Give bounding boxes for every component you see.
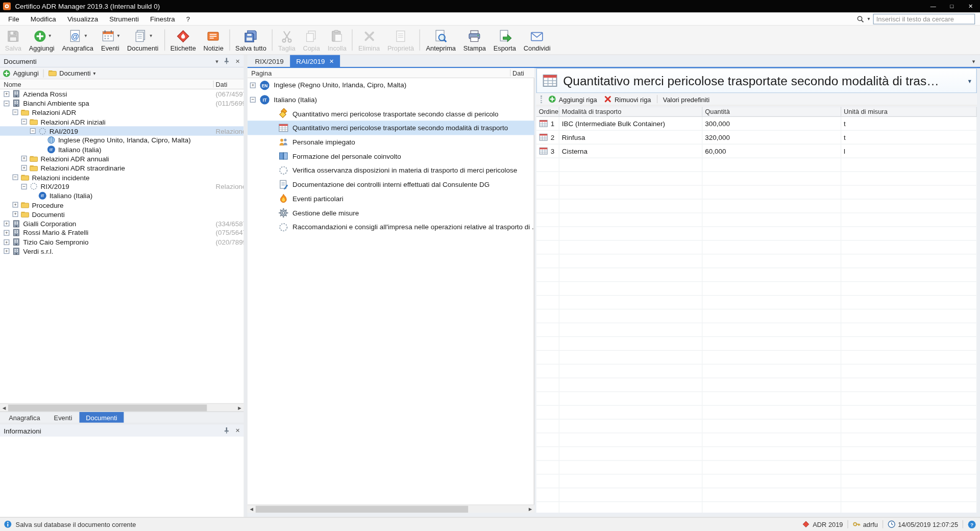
table-empty-row[interactable] — [536, 172, 977, 186]
tree-item-relazioni-adr-iniziali[interactable]: −Relazioni ADR iniziali — [0, 117, 244, 126]
column-header-dati[interactable]: Dati — [512, 69, 524, 77]
toolbar-notizie[interactable]: Notizie — [200, 26, 227, 54]
column-header-modalita-di-trasporto[interactable]: Modalità di trasporto — [559, 107, 702, 116]
maximize-button[interactable]: □ — [943, 0, 962, 12]
help-icon[interactable]: ? — [968, 520, 976, 528]
table-empty-row[interactable] — [536, 227, 977, 240]
menu-item-finestra[interactable]: Finestra — [144, 13, 181, 25]
tree-item-tizio-caio-sempronio[interactable]: +Tizio Caio Sempronio(020/7899) — [0, 237, 244, 247]
collapse-icon[interactable]: − — [4, 101, 9, 106]
table-empty-row[interactable] — [536, 420, 977, 433]
panel-tab-anagrafica[interactable]: Anagrafica — [3, 412, 46, 423]
column-separator[interactable] — [213, 81, 214, 87]
document-tab-rai-2019[interactable]: RAI/2019✕ — [290, 55, 340, 67]
close-icon[interactable]: ✕ — [329, 58, 334, 64]
expand-icon[interactable]: + — [4, 249, 9, 254]
expand-icon[interactable]: + — [250, 82, 256, 88]
panel-tab-eventi[interactable]: Eventi — [47, 412, 78, 423]
tree-item-rix-2019[interactable]: −RIX/2019Relazione — [0, 182, 244, 191]
search-input[interactable] — [873, 13, 975, 24]
add-icon[interactable] — [3, 69, 11, 77]
tree-item-bianchi-ambiente-spa[interactable]: −Bianchi Ambiente spa(011/5699) — [0, 99, 244, 108]
table-empty-row[interactable] — [536, 488, 977, 502]
toolbar-salva-tutto[interactable]: Salva tutto — [232, 26, 270, 54]
tree-item-documenti[interactable]: +Documenti — [0, 210, 244, 219]
toolbar-anagrafica[interactable]: @▾Anagrafica — [58, 26, 97, 54]
menu-item-strumenti[interactable]: Strumenti — [104, 13, 144, 25]
table-row[interactable]: 1IBC (Intermediate Bulk Container)300,00… — [536, 117, 977, 131]
table-empty-row[interactable] — [536, 309, 977, 323]
panel-tab-documenti[interactable]: Documenti — [80, 412, 124, 423]
documents-filter-caret-icon[interactable]: ▾ — [93, 70, 96, 76]
table-row[interactable]: 2Rinfusa320,000t — [536, 131, 977, 144]
panel-close-icon[interactable]: ✕ — [235, 427, 240, 433]
scrollbar-thumb[interactable] — [256, 506, 468, 513]
table-empty-row[interactable] — [536, 392, 977, 406]
page-item-quantitativo-merci-pericolose-trasportate-second[interactable]: Quantitativo merci pericolose trasportat… — [248, 120, 534, 135]
tree-item-relazioni-adr-straordinarie[interactable]: +Relazioni ADR straordinarie — [0, 163, 244, 173]
page-item-raccomandazioni-e-consigli-all-impresa-nelle-ope[interactable]: Raccomandazioni e consigli all'impresa n… — [248, 220, 534, 234]
page-item-inglese-regno-unito-irlanda-cipro-malta[interactable]: +ENInglese (Regno Unito, Irlanda, Cipro,… — [248, 78, 534, 92]
scroll-right-icon[interactable]: ▶ — [236, 404, 244, 412]
document-tab-rix-2019[interactable]: RIX/2019 — [249, 55, 290, 67]
table-empty-row[interactable] — [536, 200, 977, 213]
scroll-left-icon[interactable]: ◀ — [0, 404, 8, 412]
scroll-left-icon[interactable]: ◀ — [248, 505, 256, 513]
tree-item-inglese-regno-unito-irlanda-cipro-malta[interactable]: Inglese (Regno Unito, Irlanda, Cipro, Ma… — [0, 136, 244, 145]
collapse-icon[interactable]: − — [21, 184, 27, 189]
table-empty-row[interactable] — [536, 365, 977, 378]
caret-down-icon[interactable]: ▾ — [48, 33, 51, 39]
expand-icon[interactable]: + — [21, 165, 27, 171]
table-empty-row[interactable] — [536, 186, 977, 200]
tree-item-italiano-italia[interactable]: ITItaliano (Italia) — [0, 145, 244, 154]
table-empty-row[interactable] — [536, 447, 977, 461]
menu-item-visualizza[interactable]: Visualizza — [62, 13, 104, 25]
table-empty-row[interactable] — [536, 268, 977, 282]
column-header-ordine[interactable]: Ordine — [536, 107, 559, 116]
expand-icon[interactable]: + — [4, 239, 9, 245]
toolbar-aggiungi[interactable]: ▾Aggiungi — [25, 26, 58, 54]
table-empty-row[interactable] — [536, 213, 977, 227]
toolbar-grip[interactable] — [541, 95, 542, 103]
column-header-dati[interactable]: Dati — [215, 81, 227, 88]
documents-filter-button[interactable]: Documenti — [59, 69, 90, 77]
column-header-nome[interactable]: Nome — [4, 81, 21, 88]
pin-icon[interactable] — [223, 426, 231, 435]
pin-icon[interactable] — [223, 57, 231, 65]
tree-item-relazioni-incidente[interactable]: −Relazioni incidente — [0, 173, 244, 182]
add-row-button[interactable]: Aggiungi riga — [546, 95, 600, 103]
close-button[interactable]: ✕ — [961, 0, 980, 12]
scroll-right-icon[interactable]: ▶ — [526, 505, 534, 513]
table-empty-row[interactable] — [536, 502, 977, 513]
page-item-documentazione-dei-controlli-interni-effettuati-[interactable]: Documentazione dei controlli interni eff… — [248, 178, 534, 192]
table-empty-row[interactable] — [536, 323, 977, 337]
toolbar-anteprima[interactable]: Anteprima — [422, 26, 459, 54]
table-empty-row[interactable] — [536, 337, 977, 351]
table-empty-row[interactable] — [536, 240, 977, 254]
column-header-unita-di-misura[interactable]: Unità di misura — [841, 107, 977, 116]
vertical-splitter[interactable] — [244, 55, 248, 517]
collapse-icon[interactable]: − — [30, 128, 36, 134]
search-icon[interactable] — [856, 15, 865, 23]
status-adr[interactable]: ADR 2019 — [802, 520, 843, 528]
column-separator[interactable] — [510, 69, 510, 76]
menu-item-file[interactable]: File — [3, 13, 25, 25]
tab-list-caret-icon[interactable]: ▾ — [972, 58, 975, 64]
table-empty-row[interactable] — [536, 406, 977, 420]
toolbar-stampa[interactable]: Stampa — [459, 26, 489, 54]
page-item-personale-impiegato[interactable]: Personale impiegato — [248, 135, 534, 149]
toolbar-etichette[interactable]: Etichette — [166, 26, 200, 54]
tree-item-italiano-italia[interactable]: ITItaliano (Italia) — [0, 191, 244, 200]
expand-icon[interactable]: + — [12, 211, 18, 217]
tree-item-rai-2019[interactable]: −RAI/2019Relazione — [0, 127, 244, 136]
collapse-icon[interactable]: − — [21, 119, 27, 125]
documents-horizontal-scrollbar[interactable]: ◀ ▶ — [0, 403, 244, 412]
collapse-icon[interactable]: − — [250, 96, 256, 102]
remove-row-button[interactable]: Rimuovi riga — [601, 95, 653, 103]
status-datetime[interactable]: 14/05/2019 12:07:25 — [887, 520, 958, 528]
pages-horizontal-scrollbar[interactable]: ◀ ▶ — [248, 504, 534, 513]
panel-menu-caret-icon[interactable]: ▾ — [215, 58, 218, 64]
expand-icon[interactable]: + — [4, 230, 9, 235]
detail-menu-caret-icon[interactable]: ▾ — [968, 77, 971, 84]
toolbar-condividi[interactable]: Condividi — [520, 26, 554, 54]
